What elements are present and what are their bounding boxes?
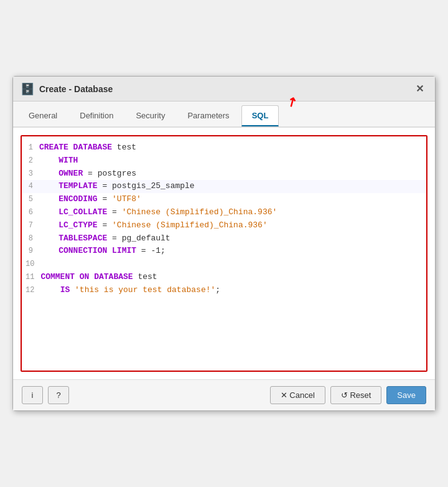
- line-content: OWNER = postgres: [39, 168, 426, 181]
- line-content: ENCODING = 'UTF8': [39, 193, 426, 206]
- code-token-plain: =: [107, 207, 121, 217]
- line-number: 12: [22, 285, 40, 296]
- code-token-plain: [39, 220, 58, 230]
- line-number: 8: [22, 233, 39, 245]
- line-content: CONNECTION LIMIT = -1;: [39, 245, 426, 258]
- code-token-plain: [39, 169, 58, 178]
- title-bar: 🗄️ Create - Database ✕: [13, 77, 435, 102]
- close-button[interactable]: ✕: [412, 82, 427, 96]
- title-bar-left: 🗄️ Create - Database: [21, 82, 113, 96]
- save-button[interactable]: Save: [386, 386, 426, 404]
- line-number: 6: [22, 207, 39, 219]
- code-token-plain: [40, 285, 60, 295]
- code-token-kw: TABLESPACE: [58, 234, 107, 243]
- line-number: 11: [22, 272, 40, 283]
- line-content: TEMPLATE = postgis_25_sample: [39, 180, 426, 193]
- line-number: 1: [22, 142, 39, 154]
- code-line: 3 OWNER = postgres: [22, 168, 426, 181]
- tab-definition[interactable]: Definition: [69, 105, 124, 126]
- dialog-title: Create - Database: [39, 84, 113, 94]
- line-number: 4: [22, 181, 39, 192]
- line-content: [40, 258, 426, 271]
- line-content: WITH: [39, 154, 426, 168]
- tabs-bar: General Definition Security Parameters S…: [13, 102, 435, 128]
- reset-button[interactable]: ↺ Reset: [330, 386, 382, 404]
- database-icon: 🗄️: [21, 82, 34, 96]
- line-number: 9: [22, 245, 39, 257]
- code-token-kw: CREATE DATABASE: [39, 143, 117, 152]
- footer-left-buttons: i ?: [22, 386, 69, 404]
- line-number: 3: [22, 168, 39, 180]
- code-line: 2 WITH: [22, 154, 426, 168]
- code-token-kw: IS: [60, 285, 70, 295]
- code-token-kw: CONNECTION LIMIT: [58, 246, 136, 255]
- help-button[interactable]: ?: [48, 386, 69, 404]
- code-line: 9 CONNECTION LIMIT = -1;: [22, 245, 426, 258]
- dialog-footer: i ? ✕ Cancel ↺ Reset Save: [13, 379, 435, 410]
- code-token-kw: WITH: [58, 156, 78, 165]
- tab-parameters[interactable]: Parameters: [177, 105, 240, 126]
- code-token-str: 'Chinese (Simplified)_China.936': [112, 220, 268, 230]
- line-content: CREATE DATABASE test: [39, 141, 426, 154]
- code-token-str: 'UTF8': [112, 194, 141, 204]
- code-token-str: 'Chinese (Simplified)_China.936': [122, 207, 278, 217]
- code-line: 1CREATE DATABASE test: [22, 141, 426, 154]
- tab-sql[interactable]: SQL: [241, 105, 279, 126]
- cancel-button[interactable]: ✕ Cancel: [270, 386, 325, 404]
- code-token-plain: =: [98, 194, 112, 204]
- code-line: 4 TEMPLATE = postgis_25_sample: [22, 180, 426, 193]
- code-line: 7 LC_CTYPE = 'Chinese (Simplified)_China…: [22, 219, 426, 232]
- code-token-plain: = postgres: [83, 169, 136, 178]
- code-line: 10: [22, 258, 426, 271]
- code-token-kw: ENCODING: [58, 194, 97, 204]
- code-token-plain: = postgis_25_sample: [98, 181, 195, 191]
- line-number: 2: [22, 155, 39, 167]
- tab-general[interactable]: General: [18, 105, 68, 126]
- code-line: 8 TABLESPACE = pg_default: [22, 232, 426, 245]
- code-token-kw: COMMENT ON DATABASE: [40, 272, 133, 281]
- code-line: 12 IS 'this is your test database!';: [22, 284, 426, 297]
- create-database-dialog: 🗄️ Create - Database ✕ General Definitio…: [12, 76, 436, 411]
- code-token-plain: [39, 194, 58, 204]
- code-token-str: 'this is your test database!': [75, 285, 215, 295]
- code-token-plain: =: [98, 220, 112, 230]
- line-content: TABLESPACE = pg_default: [39, 232, 426, 245]
- line-number: 7: [22, 220, 39, 232]
- line-content: LC_CTYPE = 'Chinese (Simplified)_China.9…: [39, 219, 426, 232]
- info-button[interactable]: i: [22, 386, 43, 404]
- code-token-plain: [39, 181, 58, 191]
- sql-code-editor[interactable]: 1CREATE DATABASE test2 WITH3 OWNER = pos…: [21, 135, 427, 372]
- code-token-kw: TEMPLATE: [58, 181, 97, 191]
- code-token-plain: [39, 234, 58, 243]
- code-token-kw: LC_CTYPE: [58, 220, 97, 230]
- line-number: 5: [22, 194, 39, 206]
- footer-right-buttons: ✕ Cancel ↺ Reset Save: [270, 386, 426, 404]
- code-token-plain: = pg_default: [107, 234, 170, 243]
- code-token-plain: [70, 285, 75, 295]
- code-token-plain: [39, 246, 58, 255]
- code-line: 6 LC_COLLATE = 'Chinese (Simplified)_Chi…: [22, 206, 426, 219]
- tab-security[interactable]: Security: [125, 105, 175, 126]
- code-token-plain: test: [117, 143, 136, 152]
- line-content: LC_COLLATE = 'Chinese (Simplified)_China…: [39, 206, 426, 219]
- line-content: COMMENT ON DATABASE test: [40, 271, 426, 284]
- code-line: 5 ENCODING = 'UTF8': [22, 193, 426, 206]
- code-token-plain: = -1;: [136, 246, 166, 255]
- code-token-kw: OWNER: [58, 169, 83, 178]
- code-token-plain: [39, 207, 58, 217]
- code-token-plain: ;: [215, 285, 220, 295]
- code-token-plain: test: [133, 272, 157, 281]
- line-content: IS 'this is your test database!';: [40, 284, 426, 297]
- code-token-kw: LC_COLLATE: [58, 207, 107, 217]
- sql-content-area: 1CREATE DATABASE test2 WITH3 OWNER = pos…: [13, 128, 435, 379]
- line-number: 10: [22, 258, 40, 270]
- code-line: 11COMMENT ON DATABASE test: [22, 271, 426, 284]
- code-token-plain: [39, 156, 58, 165]
